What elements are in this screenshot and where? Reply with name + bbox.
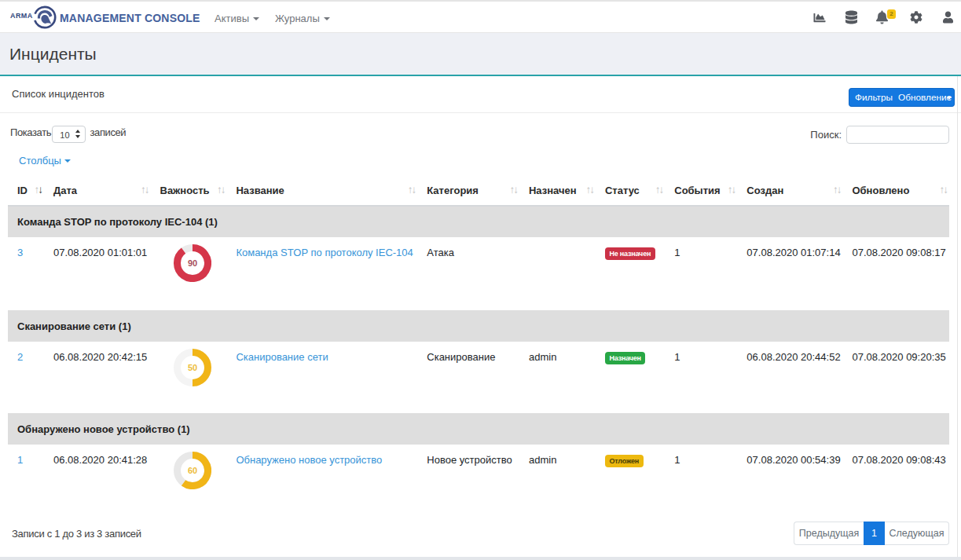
svg-text:60: 60: [188, 466, 197, 475]
svg-text:90: 90: [188, 258, 197, 268]
svg-text:50: 50: [188, 363, 197, 372]
